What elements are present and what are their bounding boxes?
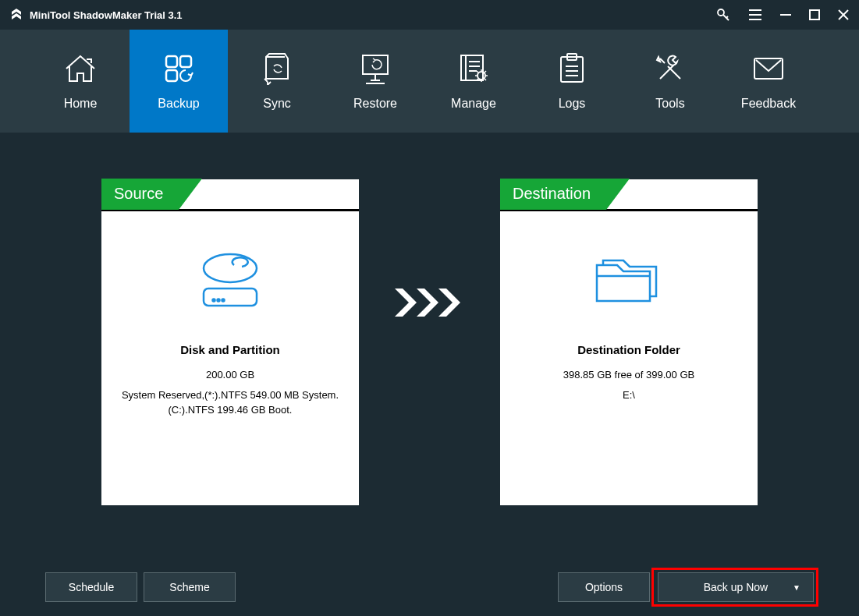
minimize-icon[interactable] bbox=[779, 9, 792, 21]
nav-label: Tools bbox=[655, 97, 684, 111]
nav-tools[interactable]: Tools bbox=[621, 30, 719, 133]
svg-point-33 bbox=[222, 299, 225, 302]
app-logo-icon bbox=[9, 8, 23, 22]
logs-icon bbox=[558, 51, 586, 86]
source-size: 200.00 GB bbox=[198, 367, 262, 383]
backup-icon bbox=[162, 51, 196, 86]
backup-now-label: Back up Now bbox=[704, 581, 768, 593]
svg-rect-10 bbox=[166, 56, 177, 67]
menu-icon[interactable] bbox=[748, 8, 762, 22]
options-button[interactable]: Options bbox=[558, 572, 650, 602]
nav-logs[interactable]: Logs bbox=[523, 30, 621, 133]
home-icon bbox=[63, 51, 98, 86]
source-header-label: Source bbox=[101, 179, 179, 210]
disk-icon bbox=[195, 250, 265, 312]
manage-icon bbox=[458, 51, 489, 86]
destination-header: Destination bbox=[500, 179, 630, 210]
main-nav: Home Backup Sync Restore Manage Logs Too… bbox=[0, 30, 859, 133]
content-area: Source Disk and Partition 200.00 GB Syst… bbox=[0, 133, 859, 505]
app-title: MiniTool ShadowMaker Trial 3.1 bbox=[30, 9, 183, 21]
nav-restore[interactable]: Restore bbox=[326, 30, 424, 133]
nav-sync[interactable]: Sync bbox=[228, 30, 326, 133]
arrow-icon bbox=[395, 289, 465, 317]
svg-line-2 bbox=[726, 16, 728, 18]
nav-backup[interactable]: Backup bbox=[130, 30, 228, 133]
footer: Schedule Scheme Options Back up Now ▼ bbox=[0, 572, 859, 602]
nav-label: Restore bbox=[353, 97, 397, 111]
nav-label: Manage bbox=[451, 97, 496, 111]
schedule-button[interactable]: Schedule bbox=[45, 572, 137, 602]
destination-size: 398.85 GB free of 399.00 GB bbox=[556, 367, 702, 383]
nav-home[interactable]: Home bbox=[31, 30, 130, 133]
svg-rect-7 bbox=[810, 10, 819, 19]
folder-icon bbox=[592, 250, 666, 312]
nav-label: Sync bbox=[263, 97, 291, 111]
titlebar: MiniTool ShadowMaker Trial 3.1 bbox=[0, 0, 859, 30]
svg-rect-17 bbox=[461, 55, 483, 80]
source-header: Source bbox=[101, 179, 202, 210]
key-icon[interactable] bbox=[715, 7, 731, 23]
nav-manage[interactable]: Manage bbox=[424, 30, 523, 133]
nav-label: Feedback bbox=[741, 97, 796, 111]
sync-icon bbox=[263, 51, 291, 86]
svg-rect-12 bbox=[166, 70, 177, 81]
maximize-icon[interactable] bbox=[809, 9, 820, 20]
svg-rect-13 bbox=[363, 55, 388, 74]
scheme-button[interactable]: Scheme bbox=[144, 572, 236, 602]
feedback-icon bbox=[751, 51, 786, 86]
nav-label: Backup bbox=[158, 97, 199, 111]
nav-label: Home bbox=[64, 97, 98, 111]
svg-point-22 bbox=[477, 72, 485, 80]
dropdown-caret-icon: ▼ bbox=[793, 583, 800, 592]
destination-detail: E:\ bbox=[615, 388, 643, 403]
svg-point-31 bbox=[213, 299, 215, 302]
tools-icon bbox=[654, 51, 687, 86]
backup-now-button[interactable]: Back up Now ▼ bbox=[658, 572, 814, 602]
restore-icon bbox=[358, 51, 392, 86]
svg-point-32 bbox=[218, 299, 220, 302]
window-controls bbox=[715, 7, 850, 23]
svg-rect-11 bbox=[180, 56, 191, 67]
nav-feedback[interactable]: Feedback bbox=[719, 30, 818, 133]
source-detail: System Reserved,(*:).NTFS 549.00 MB Syst… bbox=[101, 388, 359, 418]
svg-point-29 bbox=[204, 254, 257, 282]
close-icon[interactable] bbox=[837, 9, 850, 21]
svg-rect-30 bbox=[204, 289, 257, 306]
source-heading: Disk and Partition bbox=[180, 343, 280, 356]
destination-card[interactable]: Destination Destination Folder 398.85 GB… bbox=[500, 179, 758, 505]
destination-header-label: Destination bbox=[500, 179, 606, 210]
svg-point-0 bbox=[718, 9, 724, 16]
source-card[interactable]: Source Disk and Partition 200.00 GB Syst… bbox=[101, 179, 359, 505]
destination-heading: Destination Folder bbox=[577, 343, 680, 356]
nav-label: Logs bbox=[559, 97, 586, 111]
